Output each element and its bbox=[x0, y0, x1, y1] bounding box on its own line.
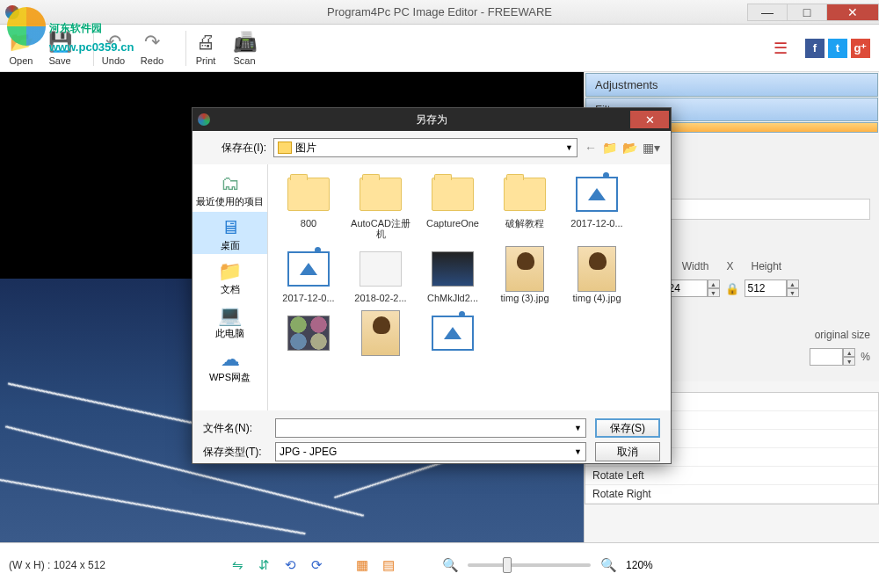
filename-input[interactable]: ▼ bbox=[275, 418, 586, 438]
zoom-out-icon[interactable]: 🔍 bbox=[441, 556, 459, 574]
grid2-icon[interactable]: ▤ bbox=[380, 556, 397, 574]
maximize-button[interactable]: □ bbox=[787, 4, 827, 21]
save-button[interactable]: 💾 Save bbox=[47, 30, 72, 66]
undo-icon: ↶ bbox=[101, 30, 126, 54]
app-icon bbox=[5, 5, 19, 19]
print-button[interactable]: 🖨 Print bbox=[193, 30, 218, 66]
desktop-icon: 🖥 bbox=[216, 215, 244, 240]
zoom-in-icon[interactable]: 🔍 bbox=[599, 556, 617, 574]
grid-icon[interactable]: ▦ bbox=[353, 556, 371, 574]
place-wps[interactable]: ☁ WPS网盘 bbox=[193, 344, 267, 386]
filetype-dropdown[interactable]: JPG - JPEG ▼ bbox=[275, 442, 586, 461]
width-label: Width bbox=[682, 260, 709, 272]
window-titlebar: Program4Pc PC Image Editor - FREEWARE — … bbox=[0, 0, 879, 25]
file-item[interactable] bbox=[418, 309, 488, 360]
place-documents[interactable]: 📁 文档 bbox=[193, 256, 267, 298]
twitter-icon[interactable]: t bbox=[828, 39, 847, 58]
filename-label: 文件名(N): bbox=[203, 421, 266, 436]
back-icon[interactable]: ← bbox=[585, 141, 597, 155]
file-list[interactable]: 800AutoCAD注册机CaptureOne破解教程2017-12-0...2… bbox=[268, 164, 671, 410]
computer-icon: 💻 bbox=[216, 303, 244, 328]
googleplus-icon[interactable]: g⁺ bbox=[851, 39, 870, 58]
rotate-left-icon[interactable]: ⟲ bbox=[281, 556, 299, 574]
folder-icon bbox=[278, 142, 292, 154]
save-in-label: 保存在(I): bbox=[203, 141, 266, 156]
file-item[interactable]: 800 bbox=[273, 170, 344, 243]
history-item[interactable]: Rotate Left bbox=[585, 467, 878, 485]
view-menu-icon[interactable]: ▦▾ bbox=[643, 141, 660, 155]
file-item[interactable]: 破解教程 bbox=[490, 170, 560, 243]
list-view-icon[interactable]: ☰ bbox=[772, 40, 789, 57]
printer-icon: 🖨 bbox=[193, 30, 218, 54]
folder-open-icon: 📂 bbox=[9, 30, 33, 54]
file-item[interactable] bbox=[273, 309, 344, 360]
status-bar: (W x H) : 1024 x 512 ⇋ ⇵ ⟲ ⟳ ▦ ▤ 🔍 🔍 120… bbox=[0, 542, 879, 586]
width-input[interactable]: ▲▼ bbox=[665, 279, 720, 297]
file-item[interactable]: timg (3).jpg bbox=[490, 244, 560, 307]
minimize-button[interactable]: — bbox=[747, 4, 788, 21]
filetype-label: 保存类型(T): bbox=[203, 445, 266, 460]
facebook-icon[interactable]: f bbox=[805, 39, 825, 58]
file-item[interactable]: 2017-12-0... bbox=[273, 244, 344, 307]
file-item[interactable]: timg (4).jpg bbox=[562, 244, 632, 307]
scanner-icon: 📠 bbox=[232, 30, 257, 54]
place-desktop[interactable]: 🖥 桌面 bbox=[193, 212, 267, 254]
floppy-icon: 💾 bbox=[47, 30, 72, 54]
flip-h-icon[interactable]: ⇋ bbox=[229, 556, 246, 574]
original-size-label: original size bbox=[815, 329, 870, 341]
undo-button[interactable]: ↶ Undo bbox=[101, 30, 126, 66]
lock-icon[interactable]: 🔒 bbox=[725, 282, 739, 295]
file-item[interactable]: 2018-02-2... bbox=[345, 244, 416, 307]
accordion-adjustments[interactable]: Adjustments bbox=[585, 73, 878, 97]
open-button[interactable]: 📂 Open bbox=[9, 30, 33, 66]
save-as-dialog: 另存为 ✕ 保存在(I): 图片 ▼ ← 📁 📂 ▦▾ 🗂 最近使用的项目 🖥 … bbox=[192, 107, 672, 464]
save-in-dropdown[interactable]: 图片 ▼ bbox=[273, 138, 578, 157]
x-label: X bbox=[726, 260, 733, 272]
documents-icon: 📁 bbox=[216, 259, 244, 284]
cancel-button[interactable]: 取消 bbox=[595, 442, 660, 461]
file-item[interactable]: CaptureOne bbox=[418, 170, 488, 243]
flip-v-icon[interactable]: ⇵ bbox=[255, 556, 272, 574]
dialog-icon bbox=[198, 113, 210, 126]
new-folder-icon[interactable]: 📂 bbox=[622, 141, 637, 155]
file-item[interactable]: AutoCAD注册机 bbox=[345, 170, 416, 243]
dialog-title: 另存为 bbox=[416, 113, 447, 127]
place-computer[interactable]: 💻 此电脑 bbox=[193, 300, 267, 342]
cloud-icon: ☁ bbox=[216, 347, 244, 372]
history-item[interactable]: Rotate Right bbox=[585, 485, 878, 504]
percent-label: % bbox=[861, 351, 870, 363]
dimensions-label: (W x H) : 1024 x 512 bbox=[9, 559, 105, 571]
zoom-slider[interactable] bbox=[468, 563, 591, 567]
percent-input[interactable]: ▲▼ bbox=[810, 348, 855, 366]
file-item[interactable]: 2017-12-0... bbox=[562, 170, 632, 243]
up-folder-icon[interactable]: 📁 bbox=[602, 141, 617, 155]
main-toolbar: 📂 Open 💾 Save ↶ Undo ↷ Redo 🖨 Print 📠 Sc… bbox=[0, 25, 879, 72]
save-confirm-button[interactable]: 保存(S) bbox=[595, 418, 660, 438]
file-item[interactable] bbox=[345, 309, 416, 360]
height-input[interactable]: ▲▼ bbox=[745, 279, 799, 297]
height-label: Height bbox=[752, 260, 782, 272]
recent-icon: 🗂 bbox=[216, 171, 244, 196]
rotate-right-icon[interactable]: ⟳ bbox=[308, 556, 325, 574]
redo-button[interactable]: ↷ Redo bbox=[140, 30, 164, 66]
places-sidebar: 🗂 最近使用的项目 🖥 桌面 📁 文档 💻 此电脑 ☁ WPS网盘 bbox=[193, 164, 268, 410]
dialog-close-button[interactable]: ✕ bbox=[630, 111, 669, 128]
window-title: Program4Pc PC Image Editor - FREEWARE bbox=[327, 5, 552, 18]
close-button[interactable]: ✕ bbox=[826, 4, 879, 21]
scan-button[interactable]: 📠 Scan bbox=[232, 30, 257, 66]
redo-icon: ↷ bbox=[140, 30, 164, 54]
zoom-value: 120% bbox=[626, 559, 653, 571]
file-item[interactable]: ChMkJld2... bbox=[418, 244, 488, 307]
place-recent[interactable]: 🗂 最近使用的项目 bbox=[193, 168, 267, 210]
dialog-titlebar[interactable]: 另存为 ✕ bbox=[193, 108, 671, 131]
